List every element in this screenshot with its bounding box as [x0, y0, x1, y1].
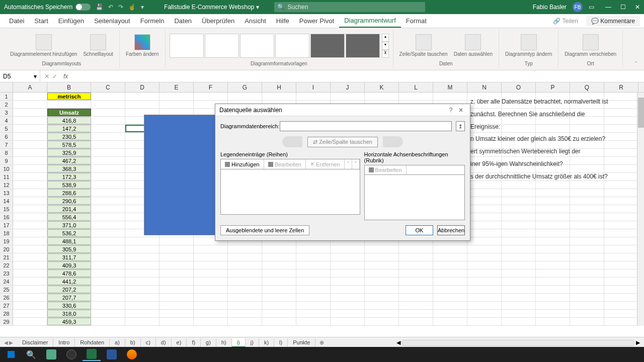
cell[interactable] — [13, 109, 47, 116]
row-header[interactable]: 11 — [0, 173, 13, 180]
cell[interactable] — [91, 318, 125, 325]
cell[interactable] — [13, 181, 47, 189]
qat-more-icon[interactable]: ▾ — [141, 4, 144, 11]
cell[interactable] — [433, 286, 467, 293]
cell[interactable] — [47, 101, 91, 108]
style-thumb-5[interactable] — [310, 34, 345, 58]
cell[interactable] — [262, 245, 296, 253]
cell[interactable] — [125, 278, 159, 285]
row-header[interactable]: 23 — [0, 269, 13, 277]
select-data-button[interactable]: Daten auswählen — [452, 33, 495, 58]
cell[interactable] — [296, 286, 331, 293]
sheet-tab[interactable]: a) — [110, 338, 125, 347]
cell[interactable] — [536, 237, 570, 245]
sheet-tab[interactable]: Rohdaten — [75, 338, 110, 347]
collapse-ribbon-icon[interactable]: ˇ — [632, 60, 640, 68]
col-header-c[interactable]: C — [91, 82, 125, 92]
cell[interactable] — [13, 125, 47, 132]
cell[interactable] — [91, 197, 125, 205]
cell[interactable] — [604, 294, 638, 301]
col-header-k[interactable]: K — [365, 82, 399, 92]
cell[interactable] — [433, 294, 467, 301]
cell[interactable] — [604, 318, 638, 325]
row-header[interactable]: 29 — [0, 318, 13, 325]
tab-datei[interactable]: Datei — [4, 14, 29, 28]
cell[interactable] — [125, 286, 159, 293]
col-header-e[interactable]: E — [159, 82, 194, 92]
cell[interactable] — [125, 269, 159, 277]
hscroll-right-icon[interactable]: ▶ — [636, 339, 640, 346]
cell[interactable] — [159, 302, 194, 309]
cell[interactable]: 416,8 — [47, 117, 91, 124]
save-icon[interactable]: 💾 — [96, 4, 103, 11]
cell[interactable] — [91, 310, 125, 317]
cell[interactable] — [570, 261, 604, 269]
cell[interactable] — [125, 93, 159, 100]
cell[interactable] — [194, 261, 228, 269]
sheet-tab[interactable]: Punkte — [288, 338, 315, 347]
cancel-button[interactable]: Abbrechen — [437, 225, 465, 235]
cell[interactable] — [91, 278, 125, 285]
cell[interactable] — [13, 213, 47, 221]
cell[interactable] — [536, 245, 570, 253]
add-sheet-button[interactable]: ⊕ — [315, 338, 328, 347]
cell[interactable]: 409,3 — [47, 261, 91, 269]
cell[interactable]: Umsatz — [47, 109, 91, 116]
cell[interactable] — [365, 278, 399, 285]
cell[interactable] — [536, 205, 570, 213]
search-box[interactable]: 🔍 — [274, 2, 425, 12]
cell[interactable] — [365, 286, 399, 293]
cell[interactable]: 467,2 — [47, 157, 91, 164]
document-title[interactable]: Fallstudie E-Commerce Webshop ▾ — [164, 4, 259, 11]
cell[interactable] — [13, 157, 47, 164]
cell[interactable] — [228, 318, 262, 325]
share-button[interactable]: 🔗 Teilen — [549, 17, 582, 26]
row-header[interactable]: 15 — [0, 205, 13, 213]
taskbar-app-1[interactable] — [42, 348, 60, 361]
row-header[interactable]: 1 — [0, 93, 13, 100]
taskbar-firefox[interactable] — [123, 348, 141, 361]
cell[interactable] — [13, 278, 47, 285]
cell[interactable] — [13, 237, 47, 245]
hscroll-left-icon[interactable]: ◀ — [396, 339, 400, 346]
row-header[interactable]: 12 — [0, 181, 13, 189]
cell[interactable] — [262, 294, 296, 301]
cell[interactable] — [91, 165, 125, 172]
cell[interactable] — [467, 189, 502, 197]
sheet-tab[interactable]: c) — [141, 338, 156, 347]
cell[interactable] — [331, 318, 365, 325]
cell[interactable] — [125, 253, 159, 261]
col-header-l[interactable]: L — [399, 82, 433, 92]
cell[interactable] — [13, 253, 47, 261]
undo-icon[interactable]: ↶ — [108, 4, 113, 11]
cell[interactable] — [262, 253, 296, 261]
sheet-tab[interactable]: j) — [246, 338, 259, 347]
cell[interactable] — [433, 261, 467, 269]
cell[interactable] — [467, 302, 502, 309]
cell[interactable] — [331, 93, 365, 100]
cell[interactable] — [570, 318, 604, 325]
cell[interactable] — [13, 117, 47, 124]
cell[interactable]: 207,7 — [47, 294, 91, 301]
cell[interactable] — [502, 189, 536, 197]
cell[interactable] — [399, 253, 433, 261]
cell[interactable] — [467, 261, 502, 269]
cell[interactable] — [91, 205, 125, 213]
search-input[interactable] — [288, 4, 422, 11]
cell[interactable] — [604, 197, 638, 205]
row-header[interactable]: 21 — [0, 253, 13, 261]
sheet-tab[interactable]: g) — [201, 338, 216, 347]
hidden-cells-button[interactable]: Ausgeblendete und leere Zellen — [220, 225, 309, 235]
style-thumb-1[interactable] — [170, 34, 204, 58]
cell[interactable] — [228, 310, 262, 317]
cell[interactable] — [13, 197, 47, 205]
cell[interactable] — [536, 213, 570, 221]
row-header[interactable]: 22 — [0, 261, 13, 269]
col-header-m[interactable]: M — [433, 82, 467, 92]
cell[interactable] — [570, 310, 604, 317]
cell[interactable] — [194, 318, 228, 325]
tab-powerpivot[interactable]: Power Pivot — [294, 14, 339, 28]
cell[interactable]: 556,4 — [47, 213, 91, 221]
cell[interactable] — [262, 302, 296, 309]
cell[interactable]: 201,4 — [47, 205, 91, 213]
